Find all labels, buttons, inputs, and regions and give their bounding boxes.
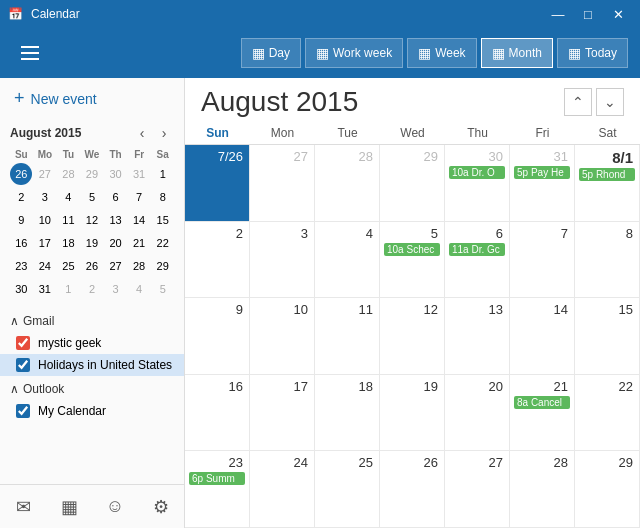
work-week-button[interactable]: ▦ Work week bbox=[305, 38, 403, 68]
mini-day[interactable]: 5 bbox=[81, 186, 103, 208]
cal-cell[interactable]: 611a Dr. Gc bbox=[445, 222, 510, 299]
cal-cell[interactable]: 236p Summ bbox=[185, 451, 250, 528]
month-button[interactable]: ▦ Month bbox=[481, 38, 553, 68]
cal-cell[interactable]: 510a Schec bbox=[380, 222, 445, 299]
cal-cell[interactable]: 12 bbox=[380, 298, 445, 375]
mini-day[interactable]: 27 bbox=[34, 163, 56, 185]
cal-cell[interactable]: 218a Cancel bbox=[510, 375, 575, 452]
cal-cell[interactable]: 20 bbox=[445, 375, 510, 452]
mini-day[interactable]: 30 bbox=[10, 278, 32, 300]
cal-cell[interactable]: 11 bbox=[315, 298, 380, 375]
mini-day[interactable]: 30 bbox=[105, 163, 127, 185]
mail-button[interactable]: ✉ bbox=[5, 489, 41, 525]
my-calendar-item[interactable]: My Calendar bbox=[0, 400, 184, 422]
mini-cal-prev[interactable]: ‹ bbox=[132, 123, 152, 143]
mini-day[interactable]: 8 bbox=[152, 186, 174, 208]
cal-cell[interactable]: 26 bbox=[380, 451, 445, 528]
cal-prev-button[interactable]: ⌃ bbox=[564, 88, 592, 116]
cal-cell[interactable]: 17 bbox=[250, 375, 315, 452]
mini-cal-next[interactable]: › bbox=[154, 123, 174, 143]
event-chip[interactable]: 11a Dr. Gc bbox=[449, 243, 505, 256]
mini-day[interactable]: 25 bbox=[57, 255, 79, 277]
cal-cell[interactable]: 14 bbox=[510, 298, 575, 375]
mini-day[interactable]: 7 bbox=[128, 186, 150, 208]
cal-cell[interactable]: 3 bbox=[250, 222, 315, 299]
holidays-item[interactable]: Holidays in United States bbox=[0, 354, 184, 376]
mini-day[interactable]: 22 bbox=[152, 232, 174, 254]
mini-day[interactable]: 19 bbox=[81, 232, 103, 254]
mini-day[interactable]: 12 bbox=[81, 209, 103, 231]
my-calendar-checkbox[interactable] bbox=[16, 404, 30, 418]
cal-cell[interactable]: 8 bbox=[575, 222, 640, 299]
cal-cell[interactable]: 27 bbox=[250, 145, 315, 222]
mystic-geek-checkbox[interactable] bbox=[16, 336, 30, 350]
mini-day[interactable]: 27 bbox=[105, 255, 127, 277]
event-chip[interactable]: 6p Summ bbox=[189, 472, 245, 485]
cal-cell[interactable]: 16 bbox=[185, 375, 250, 452]
mini-day[interactable]: 3 bbox=[34, 186, 56, 208]
mini-day[interactable]: 15 bbox=[152, 209, 174, 231]
mini-day[interactable]: 31 bbox=[34, 278, 56, 300]
day-button[interactable]: ▦ Day bbox=[241, 38, 301, 68]
cal-cell[interactable]: 9 bbox=[185, 298, 250, 375]
mini-day[interactable]: 26 bbox=[81, 255, 103, 277]
maximize-button[interactable]: □ bbox=[574, 0, 602, 28]
mini-day[interactable]: 23 bbox=[10, 255, 32, 277]
cal-cell[interactable]: 7/26 bbox=[185, 145, 250, 222]
mini-day[interactable]: 4 bbox=[57, 186, 79, 208]
mini-day[interactable]: 1 bbox=[152, 163, 174, 185]
holidays-checkbox[interactable] bbox=[16, 358, 30, 372]
mini-day[interactable]: 10 bbox=[34, 209, 56, 231]
new-event-button[interactable]: + New event bbox=[0, 78, 184, 119]
cal-cell[interactable]: 4 bbox=[315, 222, 380, 299]
gmail-section-header[interactable]: ∧ Gmail bbox=[0, 308, 184, 332]
settings-button[interactable]: ⚙ bbox=[143, 489, 179, 525]
cal-cell[interactable]: 3010a Dr. O bbox=[445, 145, 510, 222]
mini-day[interactable]: 2 bbox=[10, 186, 32, 208]
mini-day[interactable]: 3 bbox=[105, 278, 127, 300]
event-chip[interactable]: 10a Dr. O bbox=[449, 166, 505, 179]
mini-day[interactable]: 28 bbox=[128, 255, 150, 277]
mini-day[interactable]: 4 bbox=[128, 278, 150, 300]
cal-cell[interactable]: 15 bbox=[575, 298, 640, 375]
mini-day[interactable]: 21 bbox=[128, 232, 150, 254]
today-button[interactable]: ▦ Today bbox=[557, 38, 628, 68]
calendar-button[interactable]: ▦ bbox=[51, 489, 87, 525]
cal-cell[interactable]: 28 bbox=[315, 145, 380, 222]
mini-day[interactable]: 31 bbox=[128, 163, 150, 185]
cal-cell[interactable]: 25 bbox=[315, 451, 380, 528]
mini-day[interactable]: 28 bbox=[57, 163, 79, 185]
mini-day[interactable]: 14 bbox=[128, 209, 150, 231]
mini-day[interactable]: 1 bbox=[57, 278, 79, 300]
hamburger-button[interactable] bbox=[12, 35, 48, 71]
cal-cell[interactable]: 29 bbox=[380, 145, 445, 222]
people-button[interactable]: ☺ bbox=[97, 489, 133, 525]
cal-cell[interactable]: 315p Pay He bbox=[510, 145, 575, 222]
mini-day[interactable]: 24 bbox=[34, 255, 56, 277]
mini-day[interactable]: 17 bbox=[34, 232, 56, 254]
event-chip[interactable]: 5p Pay He bbox=[514, 166, 570, 179]
cal-next-button[interactable]: ⌄ bbox=[596, 88, 624, 116]
event-chip[interactable]: 8a Cancel bbox=[514, 396, 570, 409]
mini-day[interactable]: 11 bbox=[57, 209, 79, 231]
cal-cell[interactable]: 19 bbox=[380, 375, 445, 452]
mini-day[interactable]: 18 bbox=[57, 232, 79, 254]
minimize-button[interactable]: — bbox=[544, 0, 572, 28]
cal-cell[interactable]: 8/15p Rhond bbox=[575, 145, 640, 222]
cal-cell[interactable]: 7 bbox=[510, 222, 575, 299]
cal-cell[interactable]: 18 bbox=[315, 375, 380, 452]
mini-day[interactable]: 26 bbox=[10, 163, 32, 185]
close-button[interactable]: ✕ bbox=[604, 0, 632, 28]
week-button[interactable]: ▦ Week bbox=[407, 38, 476, 68]
cal-cell[interactable]: 10 bbox=[250, 298, 315, 375]
cal-cell[interactable]: 29 bbox=[575, 451, 640, 528]
mystic-geek-item[interactable]: mystic geek bbox=[0, 332, 184, 354]
mini-day[interactable]: 9 bbox=[10, 209, 32, 231]
event-chip[interactable]: 10a Schec bbox=[384, 243, 440, 256]
cal-cell[interactable]: 27 bbox=[445, 451, 510, 528]
mini-day[interactable]: 2 bbox=[81, 278, 103, 300]
mini-day[interactable]: 16 bbox=[10, 232, 32, 254]
cal-cell[interactable]: 22 bbox=[575, 375, 640, 452]
cal-cell[interactable]: 13 bbox=[445, 298, 510, 375]
mini-day[interactable]: 29 bbox=[152, 255, 174, 277]
